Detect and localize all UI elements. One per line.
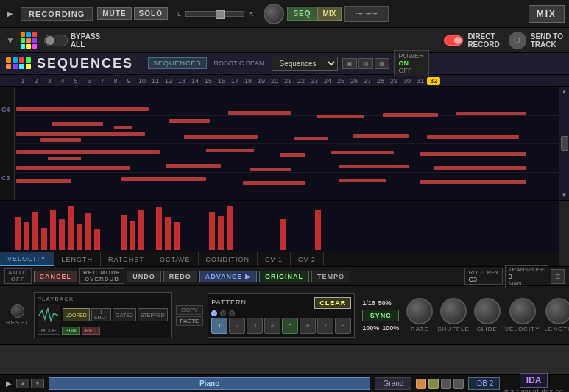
num-21[interactable]: 21 [281, 77, 294, 85]
mode-looped[interactable]: LOOPED [63, 308, 90, 321]
note-bar[interactable] [52, 122, 103, 126]
num-19[interactable]: 19 [255, 77, 268, 85]
velocity-bar-12[interactable] [121, 215, 127, 250]
note-bar[interactable] [243, 181, 305, 185]
num-3[interactable]: 3 [43, 77, 56, 85]
num-28[interactable]: 28 [374, 77, 387, 85]
note-bar[interactable] [16, 179, 71, 183]
num-11[interactable]: 11 [149, 77, 162, 85]
velocity-bar-4[interactable] [50, 210, 56, 250]
tab-scroll[interactable] [559, 252, 569, 266]
num-27[interactable]: 27 [361, 77, 374, 85]
mode-1shot[interactable]: 1 SHOT [91, 308, 111, 321]
velocity-bar-16[interactable] [156, 207, 162, 250]
pg-btn-2[interactable]: 2 [229, 318, 245, 334]
tab-ratchet[interactable]: RATCHET [101, 252, 152, 266]
note-bar[interactable] [228, 111, 291, 115]
main-knob[interactable] [264, 4, 284, 24]
num-31[interactable]: 31 [414, 77, 427, 85]
velocity-bar-17[interactable] [165, 217, 171, 250]
pg-btn-1[interactable]: 1 [211, 318, 227, 334]
run-btn[interactable]: RUN [62, 327, 80, 335]
direct-record-toggle[interactable] [444, 35, 463, 46]
num-24[interactable]: 24 [321, 77, 334, 85]
velocity-bar-6[interactable] [68, 206, 74, 250]
num-5[interactable]: 5 [69, 77, 82, 85]
status-dot-1[interactable] [416, 379, 426, 389]
velocity-bar-18[interactable] [174, 222, 180, 250]
num-26[interactable]: 26 [347, 77, 361, 85]
pg-btn-6[interactable]: 6 [300, 318, 316, 334]
note-bar[interactable] [383, 113, 438, 117]
velocity-bar-0[interactable] [15, 217, 21, 250]
scroll-thumb[interactable] [561, 136, 568, 151]
velocity-bar-23[interactable] [218, 216, 224, 250]
scroll-down-arrow[interactable]: ▼ [562, 192, 568, 199]
solo-button[interactable]: SOLO [134, 7, 168, 20]
note-bar[interactable] [16, 107, 149, 111]
reset-knob[interactable] [11, 304, 24, 318]
velocity-scrollbar[interactable] [559, 201, 569, 252]
rec-btn[interactable]: REC [82, 327, 100, 335]
num-14[interactable]: 14 [188, 77, 202, 85]
dropdown-arrow[interactable]: ▼ [6, 35, 15, 46]
velocity-bar-3[interactable] [41, 228, 47, 250]
mode-stepped[interactable]: STEPPED [138, 308, 168, 321]
num-2[interactable]: 2 [29, 77, 43, 85]
slide-knob[interactable] [474, 298, 501, 324]
piano-label[interactable]: Piano [49, 377, 371, 390]
tab-cv1[interactable]: CV 1 [258, 252, 291, 266]
note-bar[interactable] [16, 150, 160, 154]
auto-button[interactable]: AUTO OFF [4, 268, 32, 285]
note-bar[interactable] [48, 157, 81, 160]
velocity-bar-7[interactable] [77, 224, 82, 250]
menu-button[interactable]: ≡ [551, 269, 565, 284]
rec-mode-button[interactable]: REC MODE OVERDUB [79, 268, 124, 285]
velocity-bar-30[interactable] [280, 219, 286, 250]
note-bar[interactable] [121, 177, 206, 181]
velocity-bar-34[interactable] [315, 210, 321, 250]
tab-cv2[interactable]: CV 2 [291, 252, 324, 266]
num-22[interactable]: 22 [294, 77, 308, 85]
tab-velocity[interactable]: VELOCITY [0, 252, 54, 266]
clear-button[interactable]: CLEAR [314, 297, 351, 309]
tab-length[interactable]: LENGTH [54, 252, 102, 266]
mode-gated[interactable]: GATED [113, 308, 136, 321]
pg-btn-4[interactable]: 4 [264, 318, 280, 334]
num-9[interactable]: 9 [122, 77, 135, 85]
play-button[interactable]: ▶ [4, 8, 16, 20]
original-button[interactable]: ORIGINAL [259, 271, 309, 282]
num-7[interactable]: 7 [96, 77, 109, 85]
note-bar[interactable] [184, 135, 258, 139]
num-30[interactable]: 30 [400, 77, 414, 85]
num-23[interactable]: 23 [308, 77, 321, 85]
note-bar[interactable] [16, 132, 145, 136]
mix-button[interactable]: MIX [317, 7, 342, 21]
num-8[interactable]: 8 [109, 77, 122, 85]
num-1[interactable]: 1 [16, 77, 29, 85]
pg-btn-5[interactable]: 5 [282, 318, 298, 334]
icon-btn-1[interactable]: ▣ [342, 58, 357, 69]
mute-button[interactable]: MUTE [97, 7, 131, 20]
status-dot-2[interactable] [428, 379, 439, 389]
note-bar[interactable] [250, 168, 291, 171]
tempo-button[interactable]: TEMPO [311, 271, 350, 282]
seq-button[interactable]: SEQ [287, 7, 317, 21]
note-bar[interactable] [317, 115, 364, 118]
note-bar[interactable] [331, 151, 394, 154]
velocity-bar-14[interactable] [138, 210, 144, 250]
length-knob[interactable] [545, 298, 569, 324]
note-bar[interactable] [169, 119, 210, 123]
num-12[interactable]: 12 [162, 77, 175, 85]
tab-octave[interactable]: OCTAVE [152, 252, 199, 266]
num-20[interactable]: 20 [268, 77, 281, 85]
icon-btn-2[interactable]: ▤ [358, 58, 373, 69]
note-bar[interactable] [206, 149, 254, 152]
velocity-bar-13[interactable] [130, 221, 135, 250]
num-16[interactable]: 16 [215, 77, 228, 85]
pat-dot-1[interactable] [211, 310, 217, 316]
note-bar[interactable] [420, 180, 526, 184]
num-4[interactable]: 4 [56, 77, 69, 85]
velocity-bar-8[interactable] [85, 213, 91, 250]
num-25[interactable]: 25 [334, 77, 347, 85]
